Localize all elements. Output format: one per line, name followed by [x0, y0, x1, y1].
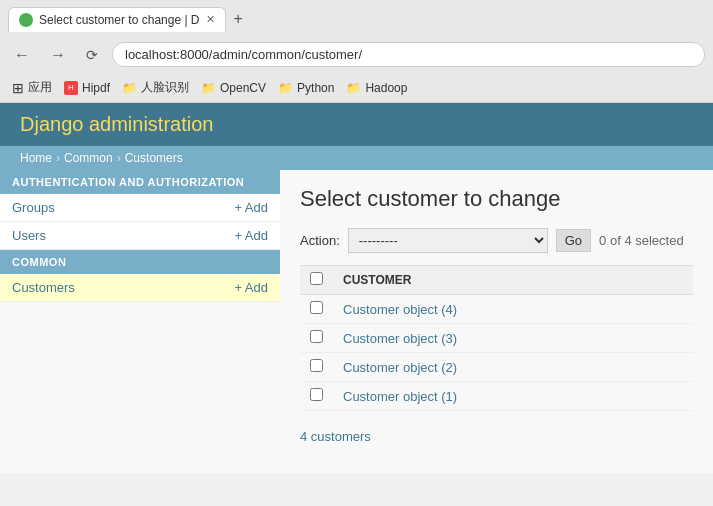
customer-link[interactable]: Customer object (1) — [343, 389, 457, 404]
selected-count: 0 of 4 selected — [599, 233, 684, 248]
page-title: Select customer to change — [300, 186, 693, 212]
folder-icon: 📁 — [122, 81, 137, 95]
bookmark-face-label: 人脸识别 — [141, 79, 189, 96]
forward-button[interactable]: → — [44, 44, 72, 66]
active-tab[interactable]: Select customer to change | D ✕ — [8, 7, 226, 32]
main-content: Select customer to change Action: ------… — [280, 170, 713, 466]
bookmark-hipdf[interactable]: H Hipdf — [64, 81, 110, 95]
django-header: Django administration — [0, 103, 713, 146]
table-row: Customer object (1) — [300, 382, 693, 411]
auth-section-header: AUTHENTICATION AND AUTHORIZATION — [0, 170, 280, 194]
users-link[interactable]: Users — [12, 228, 46, 243]
go-button[interactable]: Go — [556, 229, 591, 252]
row-checkbox[interactable] — [310, 359, 323, 372]
bookmark-apps[interactable]: ⊞ 应用 — [12, 79, 52, 96]
bookmark-apps-label: 应用 — [28, 79, 52, 96]
common-section-header: COMMON — [0, 250, 280, 274]
folder-icon: 📁 — [278, 81, 293, 95]
row-checkbox[interactable] — [310, 388, 323, 401]
sidebar-item-groups: Groups + Add — [0, 194, 280, 222]
address-bar[interactable] — [112, 42, 705, 67]
tab-title: Select customer to change | D — [39, 13, 200, 27]
auth-section: AUTHENTICATION AND AUTHORIZATION Groups … — [0, 170, 280, 250]
breadcrumb-sep1: › — [56, 151, 60, 165]
table-row: Customer object (4) — [300, 295, 693, 324]
common-section: COMMON Customers + Add — [0, 250, 280, 302]
groups-add-link[interactable]: + Add — [234, 200, 268, 215]
customer-link[interactable]: Customer object (3) — [343, 331, 457, 346]
breadcrumb-current: Customers — [125, 151, 183, 165]
breadcrumb-sep2: › — [117, 151, 121, 165]
customer-link[interactable]: Customer object (2) — [343, 360, 457, 375]
sidebar-item-customers: Customers + Add — [0, 274, 280, 302]
sidebar-item-users: Users + Add — [0, 222, 280, 250]
breadcrumb: Home › Common › Customers — [0, 146, 713, 170]
action-bar: Action: --------- Go 0 of 4 selected — [300, 228, 693, 253]
new-tab-button[interactable]: + — [230, 6, 247, 32]
customer-column-header: CUSTOMER — [333, 266, 693, 295]
result-count: 4 customers — [300, 423, 693, 450]
bookmark-opencv[interactable]: 📁 OpenCV — [201, 81, 266, 95]
action-label: Action: — [300, 233, 340, 248]
site-title: Django administration — [20, 113, 693, 136]
breadcrumb-section[interactable]: Common — [64, 151, 113, 165]
customer-link[interactable]: Customer object (4) — [343, 302, 457, 317]
back-button[interactable]: ← — [8, 44, 36, 66]
bookmark-hadoop[interactable]: 📁 Hadoop — [346, 81, 407, 95]
bookmark-python-label: Python — [297, 81, 334, 95]
action-select[interactable]: --------- — [348, 228, 548, 253]
bookmark-opencv-label: OpenCV — [220, 81, 266, 95]
bookmark-python[interactable]: 📁 Python — [278, 81, 334, 95]
customers-add-link[interactable]: + Add — [234, 280, 268, 295]
select-all-checkbox[interactable] — [310, 272, 323, 285]
bookmark-hadoop-label: Hadoop — [365, 81, 407, 95]
folder-icon: 📁 — [201, 81, 216, 95]
users-add-link[interactable]: + Add — [234, 228, 268, 243]
tab-close-button[interactable]: ✕ — [206, 13, 215, 26]
bookmark-face[interactable]: 📁 人脸识别 — [122, 79, 189, 96]
folder-icon: 📁 — [346, 81, 361, 95]
groups-link[interactable]: Groups — [12, 200, 55, 215]
tab-favicon — [19, 13, 33, 27]
row-checkbox[interactable] — [310, 330, 323, 343]
apps-icon: ⊞ — [12, 80, 24, 96]
table-row: Customer object (3) — [300, 324, 693, 353]
sidebar: AUTHENTICATION AND AUTHORIZATION Groups … — [0, 170, 280, 466]
row-checkbox[interactable] — [310, 301, 323, 314]
customers-link[interactable]: Customers — [12, 280, 75, 295]
reload-button[interactable]: ⟳ — [80, 45, 104, 65]
table-row: Customer object (2) — [300, 353, 693, 382]
hipdf-icon: H — [64, 81, 78, 95]
customer-table: CUSTOMER Customer object (4) Customer ob… — [300, 265, 693, 411]
bookmark-hipdf-label: Hipdf — [82, 81, 110, 95]
breadcrumb-home[interactable]: Home — [20, 151, 52, 165]
